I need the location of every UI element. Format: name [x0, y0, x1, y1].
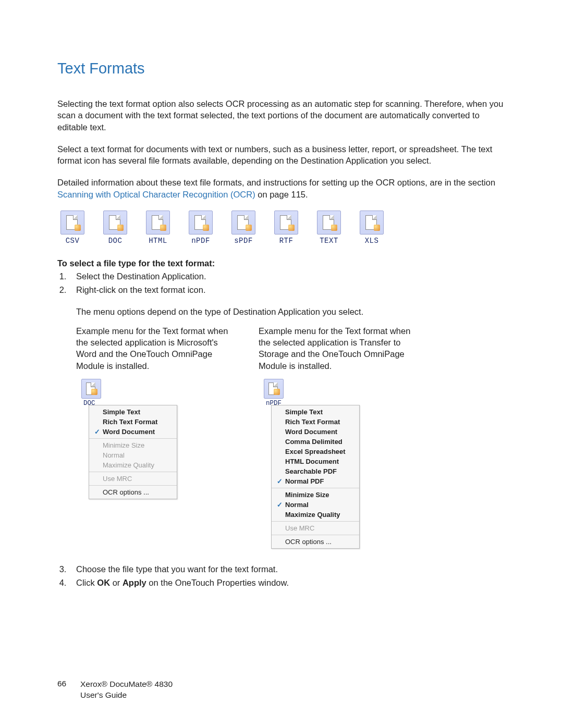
instruction-heading: To select a file type for the text forma… — [57, 258, 506, 268]
check-icon: ✓ — [274, 501, 285, 509]
file-icon — [81, 379, 101, 399]
right-context-menu: Simple TextRich Text FormatWord Document… — [271, 405, 360, 549]
format-label: XLS — [365, 237, 379, 245]
paragraph-1: Selecting the text format option also se… — [57, 98, 506, 133]
format-label: CSV — [66, 237, 80, 245]
check-icon: ✓ — [91, 428, 103, 436]
menu-item[interactable]: Excel Spreadsheet — [272, 447, 359, 456]
menu-item-label: Maximize Quality — [103, 461, 154, 469]
menu-item: Use MRC — [272, 523, 359, 533]
left-format-icon[interactable]: DOC — [81, 379, 238, 407]
menu-item[interactable]: OCR options ... — [272, 537, 359, 547]
menu-item[interactable]: Rich Text Format — [272, 417, 359, 427]
format-item-text[interactable]: TEXT — [314, 211, 344, 245]
menu-item-label: Simple Text — [103, 408, 140, 416]
menu-item-label: Use MRC — [285, 524, 314, 532]
format-label: TEXT — [320, 237, 338, 245]
left-column: Example menu for the Text format when th… — [76, 325, 238, 549]
footer-line-2: User's Guide — [80, 690, 173, 701]
format-item-npdf[interactable]: nPDF — [186, 211, 216, 245]
format-item-html[interactable]: HTML — [143, 211, 173, 245]
format-item-spdf[interactable]: sPDF — [228, 211, 259, 245]
menu-item-label: Comma Delimited — [285, 438, 342, 446]
format-item-rtf[interactable]: RTF — [271, 211, 301, 245]
menu-item[interactable]: ✓Word Document — [89, 427, 177, 437]
step-item: Choose the file type that you want for t… — [69, 563, 506, 576]
format-item-csv[interactable]: CSV — [57, 211, 88, 245]
format-label: nPDF — [191, 237, 210, 245]
menu-item[interactable]: Simple Text — [89, 407, 177, 417]
format-label: DOC — [108, 237, 123, 245]
format-label: RTF — [279, 237, 293, 245]
right-caption: Example menu for the Text format when th… — [259, 325, 420, 372]
steps-3-4: Choose the file type that you want for t… — [57, 563, 506, 589]
format-label: sPDF — [234, 237, 253, 245]
menu-item[interactable]: Maximize Quality — [272, 510, 359, 520]
menu-item-label: Normal PDF — [285, 477, 324, 485]
file-icon — [360, 211, 384, 235]
menu-item[interactable]: OCR options ... — [89, 487, 177, 497]
paragraph-2: Select a text format for documents with … — [57, 143, 506, 167]
menu-item[interactable]: ✓Normal PDF — [272, 476, 359, 486]
right-format-icon[interactable]: nPDF — [264, 379, 420, 407]
document-page: Text Formats Selecting the text format o… — [0, 0, 563, 728]
file-icon — [274, 211, 298, 235]
check-icon: ✓ — [274, 477, 285, 485]
file-icon — [264, 379, 284, 399]
menu-item-label: Searchable PDF — [285, 467, 337, 475]
right-column: Example menu for the Text format when th… — [259, 325, 420, 549]
menu-item[interactable]: Searchable PDF — [272, 466, 359, 476]
page-number: 66 — [57, 679, 80, 688]
menu-item[interactable]: HTML Document — [272, 456, 359, 466]
file-icon — [231, 211, 255, 235]
menu-item-label: Word Document — [285, 428, 337, 436]
left-context-menu: Simple TextRich Text Format✓Word Documen… — [89, 405, 177, 499]
menu-item: Minimize Size — [89, 440, 177, 450]
left-caption: Example menu for the Text format when th… — [76, 325, 238, 372]
menu-item[interactable]: ✓Normal — [272, 500, 359, 510]
format-label: HTML — [149, 237, 167, 245]
menu-item-label: Use MRC — [103, 475, 132, 483]
menu-item: Maximize Quality — [89, 460, 177, 470]
menu-item-label: Simple Text — [285, 408, 323, 416]
menu-item: Normal — [89, 450, 177, 460]
para3-prefix: Detailed information about these text fi… — [57, 178, 495, 187]
file-icon — [317, 211, 341, 235]
menu-item-label: Excel Spreadsheet — [285, 448, 346, 455]
menu-item-label: Normal — [285, 501, 309, 509]
footer-text: Xerox® DocuMate® 4830 User's Guide — [80, 679, 173, 701]
menu-item-label: HTML Document — [285, 458, 339, 465]
menu-item[interactable]: Simple Text — [272, 407, 359, 417]
step-item: Select the Destination Application. — [69, 270, 506, 283]
step-item: Right-click on the text format icon. — [69, 284, 506, 297]
menu-item[interactable]: Rich Text Format — [89, 417, 177, 427]
footer-line-1: Xerox® DocuMate® 4830 — [80, 679, 173, 690]
file-icon — [103, 211, 127, 235]
format-item-xls[interactable]: XLS — [357, 211, 387, 245]
steps-1-2: Select the Destination Application.Right… — [57, 270, 506, 297]
ocr-link[interactable]: Scanning with Optical Character Recognit… — [57, 190, 255, 199]
format-item-doc[interactable]: DOC — [100, 211, 130, 245]
menu-item: Use MRC — [89, 474, 177, 484]
menu-item-label: OCR options ... — [285, 538, 332, 546]
example-columns: Example menu for the Text format when th… — [76, 325, 506, 549]
menu-item[interactable]: Comma Delimited — [272, 437, 359, 447]
section-title: Text Formats — [57, 60, 506, 77]
para3-suffix: on page 115. — [255, 190, 308, 199]
menu-item[interactable]: Minimize Size — [272, 490, 359, 500]
menu-item-label: Word Document — [103, 428, 155, 436]
step2-note: The menu options depend on the type of D… — [76, 306, 506, 318]
menu-item-label: OCR options ... — [103, 488, 149, 496]
file-icon — [60, 211, 84, 235]
file-icon — [189, 211, 213, 235]
menu-item-label: Rich Text Format — [285, 418, 340, 426]
menu-item-label: Normal — [103, 451, 125, 459]
menu-item-label: Minimize Size — [103, 441, 144, 449]
step-item: Click OK or Apply on the OneTouch Proper… — [69, 577, 506, 589]
menu-item[interactable]: Word Document — [272, 427, 359, 437]
format-icon-row: CSVDOCHTMLnPDFsPDFRTFTEXTXLS — [57, 211, 506, 245]
footer: 66 Xerox® DocuMate® 4830 User's Guide — [57, 679, 173, 701]
paragraph-3: Detailed information about these text fi… — [57, 177, 506, 200]
file-icon — [146, 211, 170, 235]
menu-item-label: Rich Text Format — [103, 418, 157, 426]
